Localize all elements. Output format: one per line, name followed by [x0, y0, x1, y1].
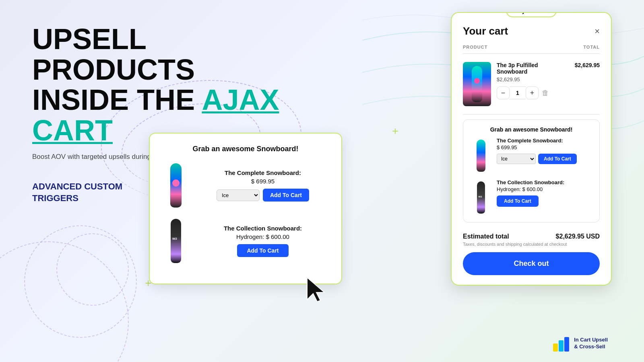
title-line1: UPSELL PRODUCTS [32, 23, 195, 86]
estimated-total-row: Estimated total $2,629.95 USD [463, 227, 600, 242]
popup-product-1-variant-row: Ice Hydrogen Electric Add To Cart [196, 189, 329, 202]
cart-item-total: $2,629.95 [575, 62, 600, 68]
triggers-line2: TRIGGERS [32, 193, 78, 203]
cart-item-name: The 3p Fulfilled Snowboard [497, 62, 569, 75]
ajax-cart-tab: Ajax Cart [506, 12, 557, 17]
cart-upsell-item-2-atc-button[interactable]: Add To Cart [497, 195, 539, 207]
qty-value: 1 [510, 86, 526, 99]
col-total-label: TOTAL [583, 45, 600, 49]
main-title: UPSELL PRODUCTS INSIDE THE AJAX CART [32, 24, 314, 146]
cart-upsell-item-1-variant-select[interactable]: Ice Hydrogen [497, 154, 536, 164]
popup-product-1-atc-button[interactable]: Add To Cart [263, 189, 309, 202]
cart-upsell-snowboard-1-icon [477, 140, 485, 172]
cart-close-button[interactable]: × [594, 27, 600, 36]
checkout-button[interactable]: Check out [463, 252, 600, 275]
cart-header: Your cart × [463, 25, 600, 37]
popup-product-2-name: The Collection Snowboard: [196, 225, 329, 232]
cursor-arrow [305, 276, 329, 304]
cart-upsell-snowboard-2-icon [477, 181, 485, 214]
popup-title: Grab an awesome Snowboard! [162, 145, 329, 153]
cart-upsell-item-1-image [470, 138, 492, 174]
popup-product-1-variant-select[interactable]: Ice Hydrogen Electric [217, 189, 260, 201]
qty-control: − 1 + 🗑 [497, 86, 569, 99]
cart-upsell-item-2-price: Hydrogen: $ 600.00 [497, 186, 593, 192]
cart-upsell-item-2: The Collection Snowboard: Hydrogen: $ 60… [470, 179, 593, 216]
popup-product-2-price: Hydrogen: $ 600.00 [196, 233, 329, 240]
svg-marker-0 [307, 278, 324, 302]
cart-item-image [463, 62, 491, 106]
brand-icon [552, 335, 570, 352]
estimated-total-amount: $2,629.95 USD [556, 233, 600, 240]
ajax-cart-inner: Your cart × PRODUCT TOTAL The 3p Fulfill… [452, 13, 611, 285]
estimated-note: Taxes, discounts and shipping calculated… [463, 242, 600, 247]
deco-circle-2 [24, 225, 137, 338]
cart-upsell-item-2-details: The Collection Snowboard: Hydrogen: $ 60… [497, 179, 593, 207]
cart-upsell-section: Grab an awesome Snowboard! The Complete … [463, 119, 600, 222]
cart-upsell-item-2-name: The Collection Snowboard: [497, 179, 593, 185]
popup-product-2: The Collection Snowboard: Hydrogen: $ 60… [162, 217, 329, 265]
snowboard-complete-icon [170, 163, 182, 208]
cart-item-snowboard-icon [472, 66, 482, 102]
cart-divider-2 [463, 114, 600, 115]
estimated-total-label: Estimated total [463, 233, 509, 240]
cart-upsell-item-1-details: The Complete Snowboard: $ 699.95 Ice Hyd… [497, 138, 593, 167]
cart-item-price-sub: $2,629.95 [497, 76, 569, 82]
svg-rect-3 [564, 337, 569, 352]
cart-item: The 3p Fulfilled Snowboard $2,629.95 − 1… [463, 57, 600, 111]
cart-item-delete-button[interactable]: 🗑 [542, 89, 549, 97]
col-product-label: PRODUCT [463, 45, 487, 49]
popup-product-2-info: The Collection Snowboard: Hydrogen: $ 60… [196, 225, 329, 257]
qty-decrease-button[interactable]: − [497, 86, 510, 99]
popup-product-1-info: The Complete Snowboard: $ 699.95 Ice Hyd… [196, 169, 329, 202]
ajax-cart-panel: Ajax Cart Your cart × PRODUCT TOTAL The … [451, 12, 612, 286]
cart-title: Your cart [463, 25, 508, 37]
cart-upsell-item-1-variant-row: Ice Hydrogen Add To Cart [497, 154, 593, 164]
popup-product-2-image [162, 217, 190, 265]
brand-name: In Cart Upsell & Cross-Sell [574, 337, 608, 350]
triggers-line1: ADVANCED CUSTOM [32, 181, 122, 191]
popup-product-1: The Complete Snowboard: $ 699.95 Ice Hyd… [162, 161, 329, 210]
snowboard-collection-icon [171, 219, 181, 263]
upsell-popup: Grab an awesome Snowboard! The Complete … [149, 133, 342, 284]
cart-upsell-item-1: The Complete Snowboard: $ 699.95 Ice Hyd… [470, 138, 593, 174]
deco-circle-3 [56, 233, 129, 306]
cart-divider [463, 53, 600, 54]
deco-circle-1 [0, 241, 129, 362]
cart-item-details: The 3p Fulfilled Snowboard $2,629.95 − 1… [497, 62, 569, 99]
cart-upsell-item-1-atc-button[interactable]: Add To Cart [538, 154, 577, 164]
cart-upsell-item-1-price: $ 699.95 [497, 144, 593, 150]
cart-upsell-item-1-name: The Complete Snowboard: [497, 138, 593, 144]
popup-product-2-atc-button[interactable]: Add To Cart [237, 244, 288, 257]
popup-product-1-name: The Complete Snowboard: [196, 169, 329, 176]
svg-rect-2 [559, 340, 564, 352]
brand-logo: In Cart Upsell & Cross-Sell [552, 335, 608, 352]
brand-name-line2: & Cross-Sell [574, 343, 605, 350]
title-line2-prefix: INSIDE THE [32, 84, 202, 116]
popup-product-1-image [162, 161, 190, 210]
plus-icon-1: + [392, 125, 398, 138]
cart-upsell-item-2-image [470, 179, 492, 216]
popup-product-1-price: $ 699.95 [196, 178, 329, 185]
brand-name-line1: In Cart Upsell [574, 337, 608, 343]
cart-columns-header: PRODUCT TOTAL [463, 45, 600, 49]
svg-rect-1 [553, 343, 558, 352]
cart-upsell-title: Grab an awesome Snowboard! [470, 126, 593, 133]
qty-increase-button[interactable]: + [526, 86, 539, 99]
